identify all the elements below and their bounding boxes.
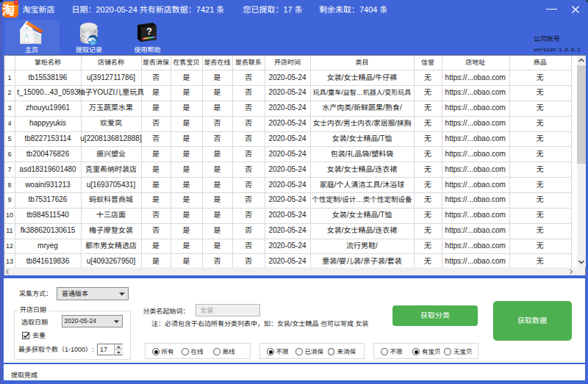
svg-text:?: ? — [146, 26, 152, 37]
